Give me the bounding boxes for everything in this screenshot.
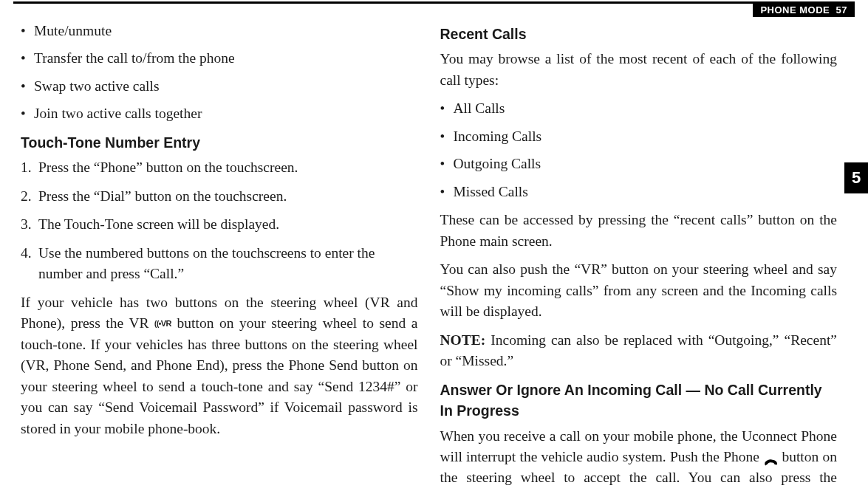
heading-answer-ignore: Answer Or Ignore An Incoming Call — No C… bbox=[440, 380, 838, 422]
note-label: NOTE: bbox=[440, 332, 486, 348]
steps-list: 1.Press the “Phone” button on the touchs… bbox=[21, 157, 418, 284]
step-item: 2.Press the “Dial” button on the touchsc… bbox=[21, 186, 418, 207]
list-item: Missed Calls bbox=[440, 182, 838, 202]
recent-calls-access: These can be accessed by pressing the “r… bbox=[440, 210, 838, 252]
step-item: 4.Use the numbered buttons on the touchs… bbox=[21, 243, 418, 285]
page-content: Mute/unmute Transfer the call to/from th… bbox=[21, 21, 837, 484]
list-item: Outgoing Calls bbox=[440, 154, 838, 174]
left-column: Mute/unmute Transfer the call to/from th… bbox=[21, 21, 418, 484]
header-divider bbox=[13, 1, 855, 4]
page-number: 57 bbox=[836, 4, 847, 16]
note-paragraph: NOTE: Incoming can also be replaced with… bbox=[440, 330, 838, 372]
list-item: Transfer the call to/from the phone bbox=[21, 48, 418, 69]
step-item: 3.The Touch-Tone screen will be displaye… bbox=[21, 214, 418, 235]
step-item: 1.Press the “Phone” button on the touchs… bbox=[21, 157, 418, 178]
vr-icon: VR bbox=[154, 317, 171, 330]
section-title: PHONE MODE bbox=[760, 4, 830, 16]
list-item: Swap two active calls bbox=[21, 76, 418, 97]
note-text: Incoming can also be replaced with “Outg… bbox=[440, 332, 838, 368]
list-item: Incoming Calls bbox=[440, 126, 838, 147]
list-item: Join two active calls together bbox=[21, 103, 418, 124]
page-header: PHONE MODE 57 bbox=[753, 3, 855, 17]
chapter-tab: 5 bbox=[844, 162, 868, 193]
heading-touchtone: Touch-Tone Number Entry bbox=[21, 132, 418, 153]
phone-icon bbox=[763, 453, 778, 464]
incoming-call-paragraph: When you receive a call on your mobile p… bbox=[440, 426, 838, 492]
list-item: All Calls bbox=[440, 98, 838, 119]
vr-paragraph: If your vehicle has two buttons on the s… bbox=[21, 292, 418, 439]
vr-instruction: You can also push the “VR” button on you… bbox=[440, 259, 838, 322]
feature-list: Mute/unmute Transfer the call to/from th… bbox=[21, 21, 418, 125]
heading-recent-calls: Recent Calls bbox=[440, 24, 838, 44]
list-item: Mute/unmute bbox=[21, 21, 418, 41]
recent-calls-intro: You may browse a list of the most recent… bbox=[440, 49, 838, 91]
chapter-number: 5 bbox=[852, 168, 861, 188]
right-column: Recent Calls You may browse a list of th… bbox=[440, 21, 838, 484]
call-types-list: All Calls Incoming Calls Outgoing Calls … bbox=[440, 98, 838, 202]
